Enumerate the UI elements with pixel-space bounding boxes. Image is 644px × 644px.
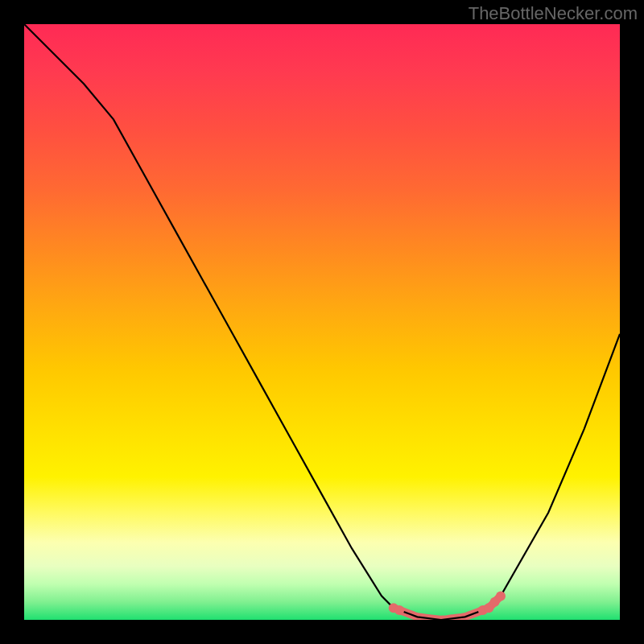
svg-point-5 [496, 591, 506, 601]
chart-area [24, 24, 620, 620]
watermark-text: TheBottleNecker.com [469, 3, 638, 24]
chart-svg [24, 24, 620, 620]
svg-point-1 [394, 605, 404, 615]
bottleneck-curve [24, 24, 620, 620]
